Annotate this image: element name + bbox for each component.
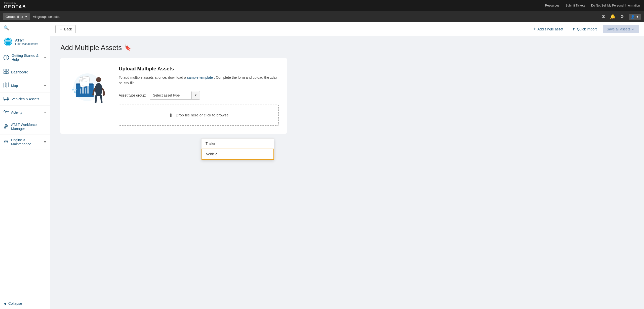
- sidebar-item-map[interactable]: Map ▼: [0, 79, 50, 93]
- groups-selected-text: All groups selected: [33, 15, 61, 19]
- sidebar-brand: AT&T Fleet Management: [0, 34, 50, 50]
- svg-rect-4: [4, 69, 6, 71]
- top-nav-links: Resources Submit Tickets Do Not Sell My …: [545, 4, 640, 7]
- asset-type-dropdown: Trailer Vehicle: [201, 138, 274, 160]
- svg-point-15: [6, 141, 7, 142]
- svg-point-36: [96, 77, 101, 82]
- svg-point-12: [4, 99, 5, 100]
- content-area: ← Back + Add single asset ⬆ Quick import…: [50, 22, 644, 309]
- save-all-assets-button[interactable]: Save all assets ✓: [603, 25, 639, 33]
- asset-type-select[interactable]: Select asset type ▼: [150, 91, 200, 100]
- user-menu-chevron-icon: ▼: [636, 15, 639, 19]
- asset-type-select-text: Select asset type: [150, 91, 191, 99]
- add-single-asset-button[interactable]: + Add single asset: [530, 25, 566, 33]
- groups-bar: Groups filter ▼ All groups selected ✉ 🔔 …: [0, 11, 644, 22]
- sidebar-nav: ? Getting Started & Help ▼ Dashboard Map…: [0, 50, 50, 298]
- sidebar-item-label: Map: [11, 84, 41, 88]
- sidebar-item-dashboard[interactable]: Dashboard: [0, 65, 50, 79]
- plus-icon: +: [533, 26, 536, 32]
- upload-description: To add multiple assets at once, download…: [119, 75, 279, 86]
- sample-template-link[interactable]: sample template: [187, 75, 213, 79]
- svg-rect-32: [80, 89, 81, 94]
- sidebar-item-activity[interactable]: Activity ▼: [0, 106, 50, 119]
- checkmark-icon: ✓: [632, 27, 635, 31]
- dashboard-icon: [4, 69, 9, 75]
- svg-line-38: [101, 96, 102, 102]
- do-not-sell-link[interactable]: Do Not Sell My Personal Information: [591, 4, 640, 7]
- sidebar-item-label: Dashboard: [11, 70, 47, 74]
- gear-icon-button[interactable]: ⚙: [620, 14, 624, 19]
- chevron-down-icon: ▼: [44, 56, 47, 59]
- upload-illustration-svg: [68, 66, 109, 106]
- upload-card: Upload Multiple Assets To add multiple a…: [60, 58, 287, 134]
- sidebar-item-label: Engine & Maintenance: [11, 138, 41, 146]
- svg-rect-33: [82, 87, 84, 94]
- arrow-left-icon: ←: [59, 27, 63, 31]
- groups-bar-icons: ✉ 🔔 ⚙ 👤 ▼: [602, 14, 641, 20]
- asset-type-row: Asset type group: Select asset type ▼: [119, 91, 279, 100]
- collapse-icon: ◀: [4, 301, 6, 305]
- svg-rect-35: [87, 86, 89, 94]
- powered-by-text: Powered by GEOTAB: [4, 2, 26, 10]
- main-layout: 🔍 AT&T Fleet Management ? Getting Starte…: [0, 22, 644, 309]
- upload-card-content: Upload Multiple Assets To add multiple a…: [68, 66, 279, 126]
- sidebar-search-icon[interactable]: 🔍: [0, 22, 50, 34]
- svg-point-13: [7, 99, 8, 100]
- svg-line-37: [96, 96, 96, 102]
- groups-filter-button[interactable]: Groups filter ▼: [3, 13, 30, 20]
- sidebar-item-vehicles-assets[interactable]: Vehicles & Assets: [0, 93, 50, 106]
- sidebar-item-label: Activity: [11, 110, 41, 114]
- att-logo-icon: [4, 37, 13, 46]
- quick-import-button[interactable]: ⬆ Quick import: [569, 25, 600, 33]
- upload-illustration: [68, 66, 109, 107]
- sidebar-item-getting-started[interactable]: ? Getting Started & Help ▼: [0, 50, 50, 65]
- chevron-down-icon: ▼: [44, 84, 47, 87]
- svg-point-42: [73, 87, 74, 89]
- sidebar-item-engine-maintenance[interactable]: Engine & Maintenance ▼: [0, 135, 50, 150]
- content-toolbar: ← Back + Add single asset ⬆ Quick import…: [50, 22, 644, 36]
- sidebar-item-att-workforce[interactable]: AT&T Workforce Manager: [0, 119, 50, 135]
- truck-icon: [4, 96, 9, 102]
- resources-link[interactable]: Resources: [545, 4, 559, 7]
- svg-rect-11: [4, 97, 7, 100]
- user-icon: 👤: [631, 15, 635, 19]
- logo-area: Powered by GEOTAB: [4, 2, 26, 10]
- map-icon: [4, 82, 9, 89]
- svg-rect-7: [6, 72, 8, 74]
- chevron-down-icon: ▼: [44, 140, 47, 144]
- top-nav: Powered by GEOTAB Resources Submit Ticke…: [0, 0, 644, 11]
- groups-filter-label: Groups filter: [6, 15, 23, 19]
- help-circle-icon: ?: [4, 55, 9, 60]
- email-icon-button[interactable]: ✉: [602, 14, 606, 19]
- upload-card-title: Upload Multiple Assets: [119, 66, 279, 72]
- drop-zone-text: Drop file here or click to browse: [176, 113, 228, 117]
- bookmark-icon: 🔖: [124, 45, 131, 51]
- svg-rect-5: [6, 69, 8, 71]
- activity-icon: [4, 109, 9, 115]
- page-title: Add Multiple Assets 🔖: [60, 44, 634, 52]
- sidebar: 🔍 AT&T Fleet Management ? Getting Starte…: [0, 22, 50, 309]
- user-menu[interactable]: 👤 ▼: [629, 14, 641, 20]
- svg-rect-34: [85, 88, 86, 94]
- chevron-down-icon: ▼: [44, 111, 47, 114]
- submit-tickets-link[interactable]: Submit Tickets: [566, 4, 585, 7]
- dropdown-item-vehicle[interactable]: Vehicle: [202, 149, 274, 160]
- puzzle-icon: [4, 124, 9, 130]
- upload-file-icon: ⬆: [169, 112, 173, 118]
- upload-icon: ⬆: [572, 27, 575, 31]
- asset-type-label: Asset type group:: [119, 93, 146, 97]
- bell-icon-button[interactable]: 🔔: [610, 14, 616, 19]
- dropdown-item-trailer[interactable]: Trailer: [202, 139, 274, 149]
- svg-point-41: [75, 89, 77, 91]
- svg-marker-8: [4, 83, 8, 87]
- back-button[interactable]: ← Back: [55, 25, 76, 33]
- file-drop-zone[interactable]: ⬆ Drop file here or click to browse: [119, 105, 279, 126]
- svg-point-39: [74, 91, 76, 93]
- upload-info: Upload Multiple Assets To add multiple a…: [119, 66, 279, 126]
- sidebar-item-label: Vehicles & Assets: [12, 97, 47, 101]
- sidebar-brand-text: AT&T Fleet Management: [15, 38, 38, 45]
- select-dropdown-arrow-icon: ▼: [191, 92, 200, 99]
- engine-icon: [4, 139, 9, 145]
- sidebar-collapse-button[interactable]: ◀ Collapse: [0, 298, 50, 309]
- groups-filter-chevron-icon: ▼: [25, 15, 27, 18]
